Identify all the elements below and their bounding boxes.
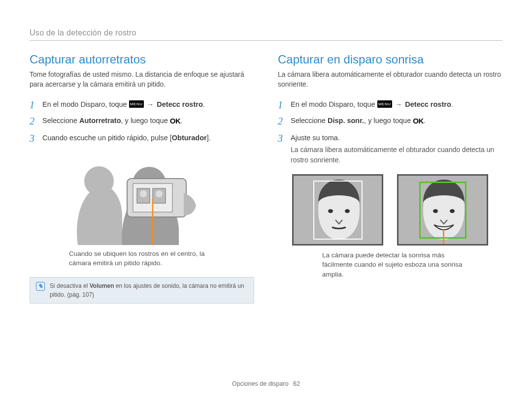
- column-right: Capturar en disparo sonrisa La cámara li…: [278, 53, 502, 304]
- heading-smile-shot: Capturar en disparo sonrisa: [278, 53, 502, 66]
- footer-section: Opciones de disparo: [232, 380, 289, 387]
- lead-text: La cámara libera automáticamente el obtu…: [278, 69, 502, 90]
- frame-smiling-face: [397, 174, 488, 246]
- step-number: 3: [30, 131, 34, 146]
- page-number: 62: [293, 380, 300, 387]
- column-left: Capturar autorretratos Tome fotografías …: [30, 53, 254, 304]
- self-portrait-drawing: [68, 152, 216, 245]
- step-text-part: Cuando escuche un pitido rápido, pulse [: [42, 134, 172, 142]
- page-footer: Opciones de disparo 62: [0, 380, 532, 387]
- breadcrumb: Uso de la detección de rostro: [30, 29, 502, 37]
- step-text-part: , y luego toque: [364, 117, 413, 124]
- divider: [30, 40, 502, 41]
- step-number: 2: [30, 114, 34, 128]
- step-text-part: Seleccione: [291, 117, 328, 124]
- step-item: 3 Ajuste su toma. La cámara libera autom…: [278, 130, 502, 168]
- step-text-bold: Obturador: [172, 134, 207, 142]
- callout-line: [443, 231, 444, 246]
- steps-list: 1 En el modo Disparo, toque MENU → Detec…: [278, 96, 502, 168]
- svg-point-5: [140, 190, 147, 197]
- step-text-part: En el modo Disparo, toque: [291, 100, 377, 108]
- step-text-part: Seleccione: [42, 117, 79, 124]
- step-text-suffix: .: [203, 100, 205, 108]
- manual-page: Uso de la detección de rostro Capturar a…: [0, 0, 532, 401]
- menu-icon: MENU: [377, 100, 392, 108]
- detection-box-white: [313, 181, 363, 240]
- step-item: 1 En el modo Disparo, toque MENU → Detec…: [278, 96, 502, 113]
- step-item: 1 En el modo Disparo, toque MENU → Detec…: [30, 96, 254, 113]
- step-number: 3: [278, 131, 283, 146]
- menu-icon: MENU: [129, 100, 144, 108]
- heading-self-portraits: Capturar autorretratos: [30, 53, 254, 66]
- frame-neutral-face: [292, 174, 383, 246]
- illustration-self-portrait: [68, 152, 216, 245]
- step-text-part: Ajuste su toma.: [291, 134, 340, 142]
- step-text-suffix: .: [424, 117, 426, 124]
- step-number: 1: [30, 97, 34, 112]
- svg-point-7: [156, 190, 163, 197]
- lead-text: Tome fotografías de usted mismo. La dist…: [30, 69, 254, 90]
- note-text-part: Si desactiva el: [50, 282, 90, 289]
- step-number: 2: [278, 114, 283, 128]
- step-text-bold: Autorretrato: [79, 117, 121, 124]
- arrow-right-icon: →: [147, 99, 154, 110]
- step-text-bold: Detecc rostro: [157, 100, 202, 108]
- step-text-part: , y luego toque: [121, 117, 170, 124]
- svg-point-0: [84, 166, 114, 196]
- step-text-suffix: .: [451, 100, 453, 108]
- content-columns: Capturar autorretratos Tome fotografías …: [30, 53, 502, 304]
- step-text-part: En el modo Disparo, toque: [42, 100, 129, 108]
- steps-list: 1 En el modo Disparo, toque MENU → Detec…: [30, 96, 254, 147]
- ok-icon: OK: [413, 116, 424, 127]
- step-item: 3 Cuando escuche un pitido rápido, pulse…: [30, 130, 254, 147]
- step-item: 2 Seleccione Disp. sonr., y luego toque …: [278, 113, 502, 130]
- step-text-suffix: ].: [207, 134, 211, 142]
- illustration-caption: La cámara puede detectar la sonrisa más …: [322, 250, 475, 279]
- arrow-right-icon: →: [395, 99, 402, 110]
- illustration-smile-compare: [278, 174, 502, 246]
- step-number: 1: [278, 97, 283, 112]
- note-text: Si desactiva el Volumen en los ajustes d…: [50, 281, 248, 299]
- step-subtext: La cámara libera automáticamente el obtu…: [291, 145, 502, 165]
- detection-box-green: [419, 182, 466, 239]
- step-text-suffix: .: [180, 117, 182, 124]
- note-text-bold: Volumen: [90, 282, 114, 289]
- note-box: ✎ Si desactiva el Volumen en los ajustes…: [30, 277, 254, 304]
- step-text-bold: Detecc rostro: [405, 100, 451, 108]
- note-icon: ✎: [36, 282, 45, 291]
- illustration-caption: Cuando se ubiquen los rostros en el cent…: [69, 249, 227, 268]
- step-item: 2 Seleccione Autorretrato, y luego toque…: [30, 113, 254, 130]
- ok-icon: OK: [170, 116, 181, 127]
- step-text-bold: Disp. sonr.: [328, 117, 364, 124]
